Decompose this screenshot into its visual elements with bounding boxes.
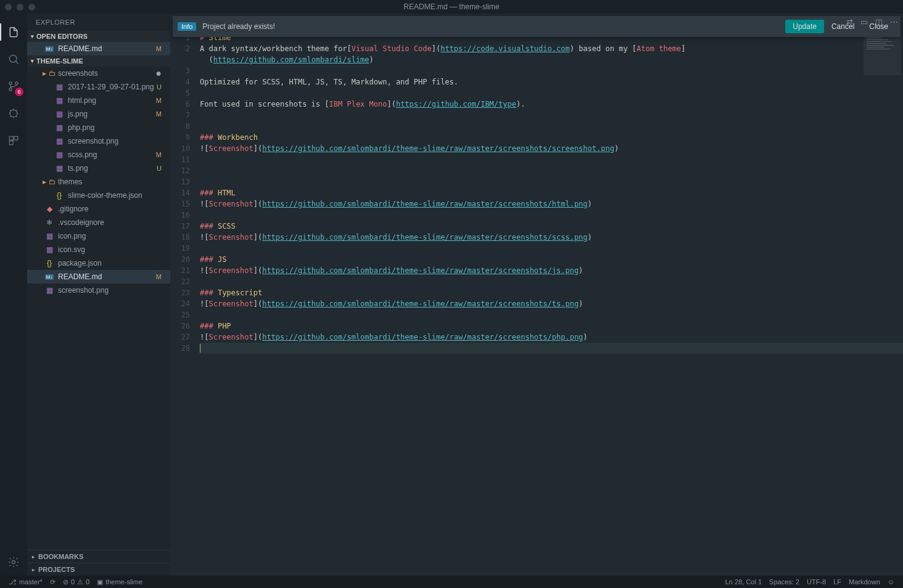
code-line[interactable] bbox=[200, 110, 903, 121]
tree-item[interactable]: ▦screenshot.png bbox=[27, 134, 170, 148]
section-projects[interactable]: ▸ PROJECTS bbox=[27, 563, 170, 576]
file-name: php.png bbox=[68, 123, 94, 132]
file-icon: ▦ bbox=[54, 150, 64, 159]
code-line[interactable]: ### JS bbox=[200, 254, 903, 265]
svg-rect-5 bbox=[9, 136, 13, 140]
scm-badge: 6 bbox=[15, 88, 23, 96]
code-line[interactable]: ![Screenshot](https://github.com/smlomba… bbox=[200, 143, 903, 154]
section-project[interactable]: ▾ THEME-SLIME bbox=[27, 55, 170, 67]
traffic-lights bbox=[5, 4, 35, 10]
code-line[interactable]: ![Screenshot](https://github.com/smlomba… bbox=[200, 265, 903, 276]
tree-item[interactable]: ▦icon.svg bbox=[27, 243, 170, 256]
code-line[interactable] bbox=[200, 276, 903, 287]
file-icon: M↓ bbox=[44, 274, 54, 280]
statusbar: ⎇ master* ⟳ ⊘0 ⚠0 ▣ theme-slime Ln 28, C… bbox=[0, 576, 903, 588]
status-branch[interactable]: ⎇ master* bbox=[5, 578, 46, 586]
close-window-icon[interactable] bbox=[5, 4, 12, 10]
activity-scm[interactable]: 6 bbox=[0, 73, 27, 100]
code-line[interactable]: ### Workbench bbox=[200, 132, 903, 143]
status-sync[interactable]: ⟳ bbox=[46, 578, 59, 586]
file-name: js.png bbox=[68, 110, 88, 118]
code-content[interactable]: # SlimeA dark syntax/workbench theme for… bbox=[200, 31, 903, 576]
split-icon[interactable]: ◫ bbox=[875, 17, 883, 27]
code-line[interactable]: ![Screenshot](https://github.com/smlomba… bbox=[200, 198, 903, 210]
status-folder[interactable]: ▣ theme-slime bbox=[93, 578, 146, 586]
file-name: README.md bbox=[58, 272, 102, 281]
chevron-right-icon: ▸ bbox=[32, 554, 35, 560]
file-icon: {} bbox=[54, 191, 64, 200]
tree-item[interactable]: ▸ 🗀themes bbox=[27, 175, 170, 189]
warning-icon: ⚠ bbox=[77, 578, 83, 586]
code-line[interactable] bbox=[200, 65, 903, 76]
code-line[interactable]: ### HTML bbox=[200, 187, 903, 198]
code-line[interactable]: Optimized for SCSS, HTML, JS, TS, Markdo… bbox=[200, 76, 903, 88]
more-icon[interactable]: ⋯ bbox=[890, 17, 898, 27]
tree-item[interactable]: ▦icon.png bbox=[27, 229, 170, 243]
code-line[interactable] bbox=[200, 121, 903, 132]
diff-icon[interactable]: ⇄ bbox=[846, 17, 853, 27]
code-line[interactable] bbox=[200, 343, 903, 354]
code-line[interactable]: ### Typescript bbox=[200, 287, 903, 298]
status-encoding[interactable]: UTF-8 bbox=[803, 578, 830, 586]
activity-settings[interactable] bbox=[0, 549, 27, 576]
open-editor-name: README.md bbox=[58, 44, 102, 53]
activity-debug[interactable] bbox=[0, 100, 27, 127]
activity-extensions[interactable] bbox=[0, 127, 27, 154]
code-line[interactable] bbox=[200, 210, 903, 221]
status-spaces[interactable]: Spaces: 2 bbox=[765, 578, 803, 586]
code-line[interactable]: ### PHP bbox=[200, 321, 903, 332]
tree-item[interactable]: {}package.json bbox=[27, 256, 170, 270]
code-line[interactable]: A dark syntax/workbench theme for[Visual… bbox=[200, 43, 903, 54]
activity-search[interactable] bbox=[0, 46, 27, 73]
projects-label: PROJECTS bbox=[38, 566, 75, 573]
tree-item[interactable]: ▦2017-11-29_09-27-01.pngU bbox=[27, 80, 170, 94]
status-language[interactable]: Markdown bbox=[845, 578, 884, 586]
tree-item[interactable]: {}slime-color-theme.json bbox=[27, 189, 170, 202]
minimize-window-icon[interactable] bbox=[17, 4, 23, 10]
tree-item[interactable]: ▦html.pngM bbox=[27, 94, 170, 107]
code-line[interactable]: ![Screenshot](https://github.com/smlomba… bbox=[200, 298, 903, 309]
section-open-editors[interactable]: ▾ OPEN EDITORS bbox=[27, 31, 170, 42]
open-editor-item[interactable]: M↓ README.md M bbox=[27, 42, 170, 55]
section-bookmarks[interactable]: ▸ BOOKMARKS bbox=[27, 550, 170, 563]
code-line[interactable] bbox=[200, 88, 903, 99]
update-button[interactable]: Update bbox=[785, 20, 824, 33]
code-editor[interactable]: 1234567891011121314151617181920212223242… bbox=[170, 14, 903, 576]
tree-item[interactable]: ▦js.pngM bbox=[27, 107, 170, 121]
code-line[interactable]: (https://github.com/smlombardi/slime) bbox=[200, 54, 903, 65]
tree-item[interactable]: ▦scss.pngM bbox=[27, 148, 170, 161]
minimap[interactable] bbox=[864, 32, 901, 75]
code-line[interactable] bbox=[200, 176, 903, 187]
file-icon: ▦ bbox=[44, 286, 54, 295]
maximize-window-icon[interactable] bbox=[28, 4, 35, 10]
status-eol[interactable]: LF bbox=[830, 578, 845, 586]
code-line[interactable] bbox=[200, 309, 903, 321]
status-position[interactable]: Ln 28, Col 1 bbox=[722, 578, 765, 586]
code-line[interactable] bbox=[200, 154, 903, 165]
activity-explorer[interactable] bbox=[0, 18, 27, 46]
status-feedback[interactable]: ☺ bbox=[884, 578, 898, 586]
tree-item[interactable]: M↓README.mdM bbox=[27, 270, 170, 284]
tree-item[interactable]: ▦ts.pngU bbox=[27, 161, 170, 175]
file-status: M bbox=[156, 273, 165, 280]
sidebar-title: EXPLORER bbox=[27, 14, 170, 31]
preview-icon[interactable]: ▭ bbox=[860, 17, 868, 27]
code-line[interactable]: Font used in screenshots is [IBM Plex Mo… bbox=[200, 99, 903, 110]
code-line[interactable]: ![Screenshot](https://github.com/smlomba… bbox=[200, 332, 903, 343]
tree-item[interactable]: ✱.vscodeignore bbox=[27, 216, 170, 229]
status-problems[interactable]: ⊘0 ⚠0 bbox=[59, 578, 93, 586]
code-line[interactable]: ![Screenshot](https://github.com/smlomba… bbox=[200, 232, 903, 243]
smile-icon: ☺ bbox=[888, 578, 894, 586]
activity-bar: 6 bbox=[0, 14, 27, 576]
code-line[interactable] bbox=[200, 243, 903, 254]
tree-item[interactable]: ◆.gitignore bbox=[27, 202, 170, 216]
window-title: README.md — theme-slime bbox=[403, 2, 499, 11]
file-icon: {} bbox=[44, 259, 54, 267]
tree-item[interactable]: ▸ 🗀screenshots● bbox=[27, 67, 170, 80]
code-line[interactable] bbox=[200, 165, 903, 176]
file-name: icon.svg bbox=[58, 245, 85, 254]
tree-item[interactable]: ▦screenshot.png bbox=[27, 284, 170, 297]
tree-item[interactable]: ▦php.png bbox=[27, 121, 170, 134]
file-status: ● bbox=[155, 70, 165, 76]
code-line[interactable]: ### SCSS bbox=[200, 221, 903, 232]
